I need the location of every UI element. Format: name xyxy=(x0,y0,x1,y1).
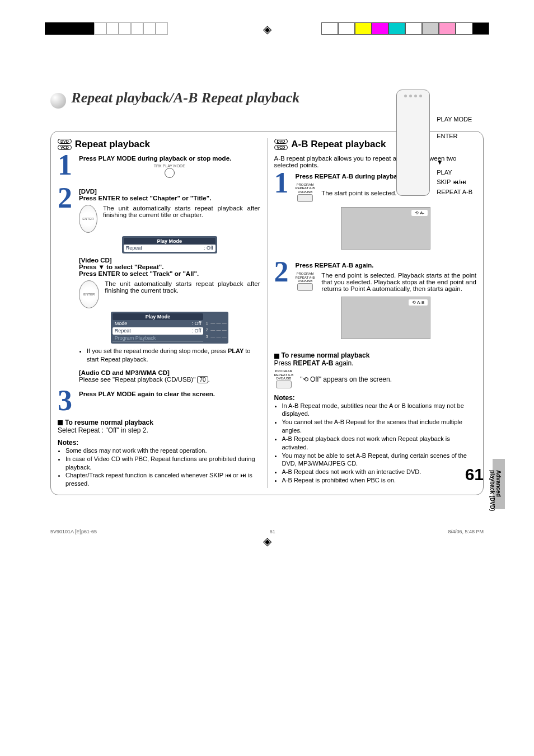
column-divider xyxy=(267,138,268,488)
step-number-2: 2 xyxy=(58,188,74,208)
notes-heading-left: Notes: xyxy=(58,439,260,447)
vcd-line1: Press ▼ to select "Repeat". xyxy=(79,264,163,270)
vcd-line2: Press ENTER to select "Track" or "All". xyxy=(79,270,199,277)
step-number-1: 1 xyxy=(274,173,291,193)
repeat-ab-button-icon: PROGRAM REPEAT A-B DVD/USB xyxy=(296,183,315,203)
repeat-ab-button-icon: PROGRAM REPEAT A-B DVD/USB xyxy=(274,369,294,389)
remote-label-repeat: REPEAT A-B xyxy=(437,187,472,198)
audio-body: Please see "Repeat playback (CD/USB)" 70… xyxy=(79,376,210,383)
remote-label-down: ▼ xyxy=(437,158,472,168)
dvd-instruction: Press ENTER to select "Chapter" or "Titl… xyxy=(79,195,211,201)
remote-label-playmode: PLAY MODE xyxy=(437,115,472,125)
remote-label-skip: SKIP ⏮/⏭ xyxy=(437,177,472,187)
ab-step1-instr: Press REPEAT A-B during playback. xyxy=(296,173,406,180)
footer-right: 8/4/06, 5:48 PM xyxy=(448,529,484,534)
sphere-bullet-icon xyxy=(50,93,66,109)
dvd-body-text: The unit automatically starts repeat pla… xyxy=(103,205,260,218)
step1-instruction: Press PLAY MODE during playback or stop … xyxy=(79,155,231,162)
square-marker-icon xyxy=(274,354,279,359)
ab-step2-body: The end point is selected. Playback star… xyxy=(321,272,476,292)
notes-heading-right: Notes: xyxy=(274,394,477,402)
section-title-ab: A-B Repeat playback xyxy=(291,139,386,150)
playmode-button-icon: TRK PLAY MODE xyxy=(79,164,260,178)
black-calibration-bars xyxy=(45,22,168,35)
dvd-label: [DVD] xyxy=(79,188,97,195)
registration-marks: ◈ xyxy=(0,0,534,34)
step-number-1: 1 xyxy=(58,155,74,175)
ab-step1-body: The start point is selected. xyxy=(321,190,396,196)
resume-heading-right: To resume normal playback xyxy=(282,351,370,359)
notes-list-right: In A-B Repeat mode, subtitles near the A… xyxy=(274,402,477,485)
vcd-label: [Video CD] xyxy=(79,257,112,264)
footer-center: 61 xyxy=(270,529,275,534)
footer-left: 5V90101A [E]p61-65 xyxy=(50,529,97,534)
notes-list-left: Some discs may not work with the repeat … xyxy=(58,447,260,488)
color-calibration-bars xyxy=(321,22,489,35)
disc-badge: DVDVCD xyxy=(274,138,288,151)
enter-pad-icon: ENTER xyxy=(79,205,97,233)
page-number: 61 xyxy=(465,465,484,484)
enter-pad-icon: ENTER xyxy=(79,280,99,308)
step3-instruction: Press PLAY MODE again to clear the scree… xyxy=(79,391,215,397)
resume-heading-left: To resume normal playback xyxy=(65,419,153,426)
screen-preview-ab: ⟲ A-B xyxy=(341,297,430,339)
footer: 5V90101A [E]p61-65 61 8/4/06, 5:48 PM xyxy=(0,529,534,534)
resume-body-left: Select Repeat : "Off" in step 2. xyxy=(58,426,260,434)
osd-playmode-vcd: Play Mode Mode: Off Repeat: Off Program … xyxy=(111,312,228,344)
register-mark-icon: ◈ xyxy=(0,534,534,548)
audio-label: [Audio CD and MP3/WMA CD] xyxy=(79,369,170,376)
repeat-playback-section: DVDVCD Repeat playback 1 Press PLAY MODE… xyxy=(58,138,260,488)
remote-label-enter: ENTER xyxy=(437,132,472,142)
screen-preview-a: ⟲ A- xyxy=(341,207,430,250)
remote-control-icon xyxy=(396,90,430,196)
vcd-body-text: The unit automatically starts repeat pla… xyxy=(105,280,260,294)
resume-body-right: Press REPEAT A-B again. xyxy=(274,359,477,367)
repeat-ab-button-icon: PROGRAM REPEAT A-B DVD/USB xyxy=(296,272,315,292)
remote-label-play: PLAY xyxy=(437,168,472,178)
remote-diagram: PLAY MODE ENTER ▼ PLAY SKIP ⏮/⏭ REPEAT A… xyxy=(396,90,472,198)
off-message: "⟲ Off" appears on the screen. xyxy=(300,375,392,383)
osd-playmode-dvd: Play Mode Repeat: Off xyxy=(122,236,217,253)
stop-mode-note: If you set the repeat mode during stop m… xyxy=(87,347,260,364)
square-marker-icon xyxy=(58,420,63,425)
step-number-3: 3 xyxy=(58,391,74,411)
side-tab-label: Advanced playback (DVD) xyxy=(489,470,502,518)
section-title-repeat: Repeat playback xyxy=(75,139,150,150)
step-number-2: 2 xyxy=(274,262,291,282)
ab-step2-instr: Press REPEAT A-B again. xyxy=(296,262,374,269)
